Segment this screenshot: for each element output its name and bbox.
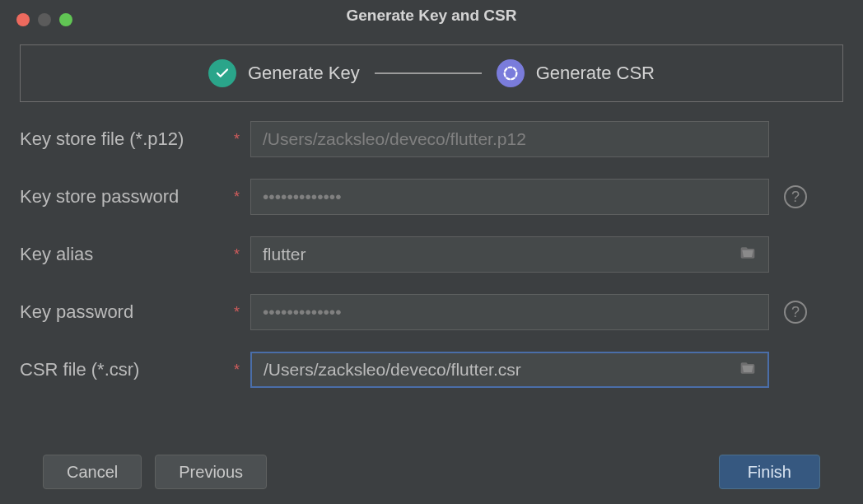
required-marker: * [234, 131, 250, 148]
row-csr-file: CSR file (*.csr) * [20, 351, 843, 389]
row-key-password: Key password * ? [20, 293, 843, 331]
step-divider [375, 72, 482, 74]
previous-button[interactable]: Previous [155, 455, 267, 489]
maximize-window-button[interactable] [59, 13, 72, 26]
form: Key store file (*.p12) * Key store passw… [20, 120, 843, 389]
window-controls [16, 13, 72, 26]
keystore-file-input[interactable] [250, 121, 769, 157]
key-password-input[interactable] [250, 294, 769, 330]
window-title: Generate Key and CSR [13, 7, 850, 25]
label-keystore-password: Key store password [20, 186, 234, 208]
required-marker: * [234, 304, 250, 321]
required-marker: * [234, 189, 250, 206]
svg-point-0 [504, 68, 516, 80]
content-area: Generate Key Generate CSR Key store file… [0, 31, 863, 389]
footer-buttons: Cancel Previous Finish [23, 455, 840, 489]
progress-circle-icon [497, 59, 525, 87]
required-marker: * [234, 362, 250, 379]
wizard-stepper: Generate Key Generate CSR [20, 44, 843, 102]
label-key-alias: Key alias [20, 244, 234, 265]
cancel-button[interactable]: Cancel [43, 455, 142, 489]
input-wrap [250, 294, 769, 330]
check-icon [208, 59, 236, 87]
minimize-window-button[interactable] [38, 13, 51, 26]
label-keystore-file: Key store file (*.p12) [20, 128, 234, 150]
key-alias-input[interactable] [250, 236, 769, 273]
input-wrap [250, 352, 769, 388]
close-window-button[interactable] [16, 13, 30, 26]
step-generate-csr: Generate CSR [497, 59, 655, 87]
keystore-password-input[interactable] [250, 179, 769, 215]
input-wrap [250, 236, 769, 273]
step-label: Generate CSR [536, 63, 655, 84]
finish-button[interactable]: Finish [719, 455, 820, 489]
input-wrap [250, 179, 769, 215]
csr-file-input[interactable] [250, 352, 769, 388]
folder-icon[interactable] [738, 360, 758, 380]
label-csr-file: CSR file (*.csr) [20, 359, 234, 380]
folder-icon[interactable] [738, 245, 758, 264]
step-label: Generate Key [248, 63, 360, 84]
step-generate-key: Generate Key [208, 59, 360, 87]
help-icon[interactable]: ? [784, 301, 807, 324]
label-key-password: Key password [20, 301, 234, 323]
input-wrap [250, 121, 769, 157]
required-marker: * [234, 246, 250, 264]
titlebar: Generate Key and CSR [0, 0, 863, 31]
row-keystore-file: Key store file (*.p12) * [20, 120, 843, 158]
row-keystore-password: Key store password * ? [20, 178, 843, 216]
help-icon[interactable]: ? [784, 185, 807, 208]
row-key-alias: Key alias * [20, 236, 843, 273]
